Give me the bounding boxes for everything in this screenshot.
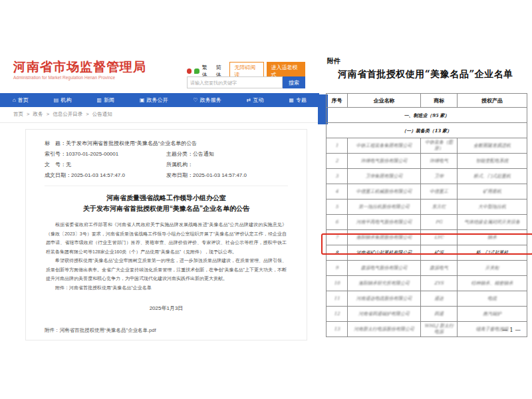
cell-brand: 四通 (421, 307, 458, 322)
cell-company: 河南省四通锅炉有限公司 (348, 307, 421, 322)
cell-no: 1 (327, 138, 348, 154)
nav-label: 新闻 (104, 96, 114, 104)
section-label: 一、制造业（95 家） (327, 108, 527, 123)
nav-item-gov-disclosure[interactable]: ▣政务公开 (140, 96, 168, 104)
screenshot-canvas: 河南省市场监督管理局 Administration for Market Reg… (0, 0, 532, 399)
table-row: 8 河南省矿山起重机有限公司 矿源 桥、门式起重机 (327, 245, 527, 261)
cell-brand: 森源电气 (421, 261, 458, 276)
cell-brand: ZYS (421, 276, 458, 291)
home-icon: ⌂ (13, 97, 16, 103)
cell-product: 蒸汽锅炉 (458, 307, 527, 322)
nav-item-topics[interactable]: ▦专题 (289, 96, 307, 104)
cell-product: 特种轴承、精密轴承 (458, 276, 527, 291)
site-subtitle: Administration for Market Regulation Hen… (13, 75, 146, 80)
breadcrumb-separator: > (27, 111, 29, 117)
cell-company: 洛阳轴承集团股份有限公司 (348, 230, 421, 245)
breadcrumb-gov[interactable]: 政务 (33, 111, 43, 117)
table-header-row: 序号 企业名称 商标 授权产品 (327, 94, 527, 108)
cell-company: 中铁工程装备集团有限公司 (348, 138, 421, 154)
cell-no: 9 (327, 261, 348, 276)
announcement-title-line2: 关于发布河南省首批授权使用“美豫名品”企业名单的公告 (45, 203, 288, 214)
cell-no: 8 (327, 245, 348, 261)
announcement-title: 河南省质量强省战略工作领导小组办公室 关于发布河南省首批授权使用“美豫名品”企业… (45, 193, 288, 214)
cell-brand: 通达 (421, 291, 458, 307)
cell-no: 3 (327, 169, 348, 184)
cell-brand: WHLJ 新太行电源 (421, 322, 458, 337)
meta-grid: 索引号：10370-01-2025-00001 主题分类：公告通知 文 号：无 … (45, 149, 288, 181)
site-title: 河南省市场监督管理局 (13, 61, 146, 74)
search-bar: 搜索 (187, 76, 305, 88)
breadcrumb: 首页 > 政务 > 信息公开目录 > 公告通知 (13, 111, 114, 118)
table-row: 11 河南通达电缆股份有限公司 通达 电缆 (327, 291, 527, 307)
cell-brand: 卫华 (421, 169, 458, 184)
nav-label: 政务服务 (200, 96, 221, 104)
cell-product: 开关柜 (458, 261, 527, 276)
table-header: 序号 企业名称 商标 授权产品 (327, 94, 527, 108)
cell-product: 智能变配电系统 (458, 154, 527, 169)
cell-company: 河南平高电气股份有限公司 (348, 215, 421, 230)
cell-no: 7 (327, 230, 348, 245)
cell-product: 电缆 (458, 291, 527, 307)
breadcrumb-home[interactable]: 首页 (13, 111, 23, 117)
meta-publish-date: 发布日期：2025-01-03 14:57:47.0 (166, 170, 288, 181)
announcement-attachment-line: 附件：河南省首批授权使用“美豫名品”企业名单 (46, 283, 287, 293)
table-row: 6 河南平高电气股份有限公司 PG 气体绝缘金属封闭开关设备 (327, 215, 527, 230)
announcement-date: 2025年1月3日 (45, 305, 288, 312)
meta-doc-number: 文 号：无 (45, 160, 166, 170)
breadcrumb-info-directory[interactable]: 信息公开目录 (53, 111, 82, 117)
building-icon: ▤ (54, 97, 59, 103)
cell-company: 第一拖拉机股份有限公司 (348, 200, 421, 215)
cell-brand: 中铁装备（图形） (421, 138, 458, 154)
cell-company: 洛阳轴承研究所有限公司 (348, 276, 421, 291)
audio-reader-icon[interactable] (187, 68, 192, 74)
nav-item-news[interactable]: ▥新闻 (96, 96, 114, 104)
breadcrumb-notices[interactable]: 公告通知 (92, 111, 112, 117)
search-button[interactable]: 搜索 (283, 76, 305, 88)
cell-product: 桥、门式起重机 (458, 245, 527, 261)
cell-company: 河南新太行电源股份有限公司 (348, 322, 421, 337)
meta-divider (45, 186, 288, 186)
cell-product: 气体绝缘金属封闭开关设备 (458, 215, 527, 230)
cell-product: 全断面隧道掘进机 (458, 138, 527, 154)
nav-item-interaction[interactable]: ⇄互动 (247, 96, 264, 104)
table-row: 7 洛阳轴承集团股份有限公司 LYC 轴承 (327, 230, 527, 245)
cell-no: 5 (327, 200, 348, 215)
newspaper-icon: ▥ (96, 97, 102, 103)
cell-no: 4 (327, 184, 348, 200)
header-no: 序号 (327, 94, 348, 108)
table-row: 3 卫华集团有限公司 卫华 桥式、门式起重机 (327, 169, 527, 184)
table-row: 5 第一拖拉机股份有限公司 东方红 大中型拖拉机 (327, 200, 527, 215)
meta-written-date: 成文日期：2025-01-03 14:57:47.0 (45, 170, 166, 181)
site-logo: 河南省市场监督管理局 Administration for Market Reg… (13, 61, 146, 80)
nav-item-organization[interactable]: ▤机构 (54, 96, 72, 104)
heart-icon: ♡ (194, 97, 198, 103)
cell-product: 轴承 (458, 230, 527, 245)
breadcrumb-separator: > (47, 111, 49, 117)
cell-company: 河南省矿山起重机有限公司 (348, 245, 421, 261)
cell-product: 大中型拖拉机 (458, 200, 527, 215)
cell-no: 10 (327, 276, 348, 291)
meta-index-number: 索引号：10370-01-2025-00001 (45, 149, 166, 160)
cell-brand: 东方红 (421, 200, 458, 215)
table-row: 4 中信重工机械股份有限公司 中信重工 矿用磨机 (327, 184, 527, 200)
wechat-icon[interactable] (194, 68, 199, 74)
cell-no: 2 (327, 154, 348, 169)
nav-label: 互动 (253, 96, 263, 104)
breadcrumb-divider (0, 122, 319, 123)
nav-item-home[interactable]: ⌂首页 (13, 96, 29, 104)
table-row: 9 森源电气股份有限公司 森源电气 开关柜 (327, 261, 527, 276)
header-product: 授权产品 (458, 94, 527, 108)
attachment-pdf-link[interactable]: 附件：河南省首批授权使用“美豫名品”企业名单.pdf (45, 327, 288, 334)
cell-product: 桥式、门式起重机 (458, 169, 527, 184)
table-section-equipment: （一）装备类（13 家） (327, 123, 527, 138)
search-input[interactable] (187, 76, 283, 88)
announcement-paragraph-1: 根据省委省政府工作部署和《河南省人民政府关于实施品牌发展战略推进“美豫名品”公共… (46, 220, 287, 256)
nav-item-gov-services[interactable]: ♡政务服务 (194, 96, 221, 104)
cell-company: 中信重工机械股份有限公司 (348, 184, 421, 200)
meta-organization: 所属机构： (166, 160, 288, 170)
table-body: 1 中铁工程装备集团有限公司 中铁装备（图形） 全断面隧道掘进机 2 许继电气股… (327, 138, 527, 337)
nav-label: 机构 (61, 96, 71, 104)
cell-brand: PG (421, 215, 458, 230)
table-row: 1 中铁工程装备集团有限公司 中铁装备（图形） 全断面隧道掘进机 (327, 138, 527, 154)
table-row: 12 河南省四通锅炉有限公司 四通 蒸汽锅炉 (327, 307, 527, 322)
